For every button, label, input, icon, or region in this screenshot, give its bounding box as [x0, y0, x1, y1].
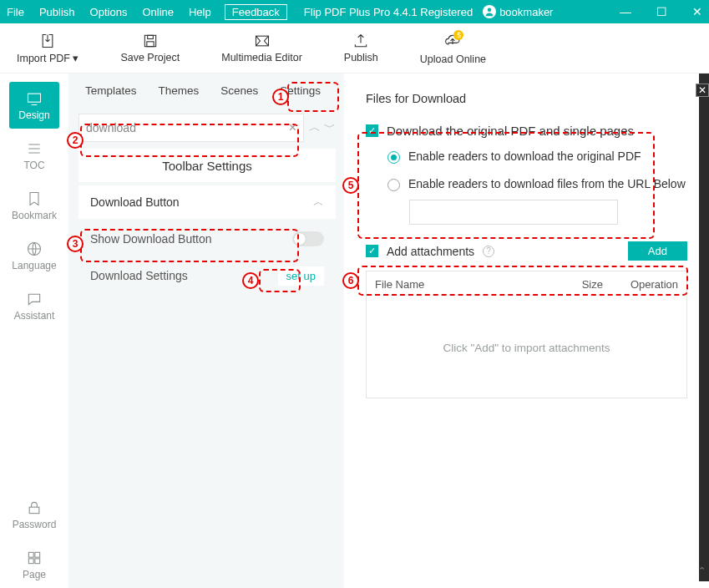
tab-templates[interactable]: Templates	[85, 84, 137, 97]
save-label: Save Project	[120, 52, 180, 63]
lock-icon	[25, 499, 43, 516]
search-row: × ︿ ﹀	[78, 114, 336, 142]
title-bar: File Publish Options Online Help Feedbac…	[0, 0, 709, 23]
scroll-caret-icon: ⌃	[698, 565, 706, 576]
maximize-button[interactable]: ☐	[656, 5, 667, 18]
assistant-label: Assistant	[14, 310, 55, 322]
avatar-icon	[483, 5, 496, 18]
show-download-toggle[interactable]	[292, 231, 324, 246]
minimize-button[interactable]: —	[620, 5, 631, 18]
download-original-checkbox[interactable]: ✓	[366, 124, 378, 137]
svg-rect-11	[35, 558, 40, 563]
menu-publish[interactable]: Publish	[39, 6, 75, 18]
upload-label: Upload Online	[420, 53, 486, 65]
settings-column: Templates Themes Scenes Settings × ︿ ﹀ T…	[68, 74, 344, 588]
th-filename: File Name	[375, 278, 561, 291]
help-icon[interactable]: ?	[483, 246, 494, 257]
bookmark-label: Bookmark	[12, 210, 57, 221]
publish-button[interactable]: Publish	[344, 33, 378, 63]
radio-row-original: Enable readers to download the original …	[387, 150, 687, 164]
chat-icon	[25, 291, 43, 307]
svg-rect-5	[28, 94, 41, 102]
th-size: Size	[561, 278, 603, 291]
menu-online[interactable]: Online	[142, 6, 174, 18]
tab-settings[interactable]: Settings	[280, 84, 321, 97]
radio-url-label: Enable readers to download files from th…	[408, 177, 686, 190]
url-input[interactable]	[409, 200, 618, 225]
left-sidebar: Design TOC Bookmark Language Assistant P…	[0, 74, 68, 588]
sidebar-item-language[interactable]: Language	[9, 232, 59, 279]
search-prev-icon[interactable]: ﹀	[324, 120, 336, 135]
row-show-download-button: Show Download Button	[78, 222, 336, 256]
sidebar-item-toc[interactable]: TOC	[9, 132, 59, 179]
sidebar-item-assistant[interactable]: Assistant	[9, 282, 59, 329]
app-title: Flip PDF Plus Pro 4.4.1 Registered	[304, 6, 473, 18]
svg-point-0	[488, 8, 492, 13]
multimedia-label: Multimedia Editor	[221, 52, 302, 63]
section-toolbar-settings[interactable]: Toolbar Settings	[78, 149, 336, 182]
monitor-icon	[25, 90, 43, 107]
attachments-header: ✓ Add attachments ? Add	[366, 241, 687, 261]
toc-label: TOC	[23, 160, 44, 171]
tab-themes[interactable]: Themes	[159, 84, 200, 97]
download-settings-label: Download Settings	[90, 269, 188, 282]
import-icon	[38, 33, 57, 49]
show-download-button-label: Show Download Button	[90, 232, 212, 246]
radio-row-url: Enable readers to download files from th…	[387, 177, 687, 191]
attachments-empty-message: Click "Add" to import attachments	[367, 297, 686, 398]
menu-help[interactable]: Help	[189, 6, 211, 18]
menu-bar: File Publish Options Online Help	[7, 6, 211, 18]
panel-close-icon[interactable]: ✕	[696, 84, 709, 97]
add-attachments-checkbox[interactable]: ✓	[366, 245, 378, 257]
bookmark-icon	[25, 190, 43, 207]
search-nav-arrows: ︿ ﹀	[309, 120, 336, 135]
svg-rect-7	[29, 507, 39, 514]
multimedia-editor-button[interactable]: Multimedia Editor	[221, 33, 302, 63]
th-operation: Operation	[603, 278, 678, 291]
radio-url[interactable]	[387, 179, 400, 191]
close-button[interactable]: ✕	[692, 5, 702, 18]
radio-original[interactable]	[387, 151, 400, 164]
menu-options[interactable]: Options	[90, 6, 128, 18]
search-input[interactable]	[86, 121, 289, 134]
radio-original-label: Enable readers to download the original …	[408, 150, 641, 163]
download-original-checkbox-row: ✓ Download the original PDF and single p…	[366, 124, 687, 138]
save-project-button[interactable]: Save Project	[120, 33, 180, 63]
svg-rect-4	[256, 36, 268, 46]
upload-online-button[interactable]: $ Upload Online	[420, 32, 486, 65]
add-attachments-label: Add attachments	[387, 245, 474, 258]
toolbar-settings-label: Toolbar Settings	[162, 159, 252, 173]
publish-icon	[352, 33, 370, 49]
section-download-button[interactable]: Download Button ︿	[78, 185, 336, 219]
language-label: Language	[12, 260, 56, 271]
user-account[interactable]: bookmaker	[483, 5, 553, 18]
import-pdf-button[interactable]: Import PDF ▾	[17, 33, 78, 64]
attachments-table-head: File Name Size Operation	[367, 271, 686, 297]
globe-icon	[25, 241, 43, 257]
add-attachment-button[interactable]: Add	[628, 241, 687, 261]
feedback-button[interactable]: Feedback	[225, 4, 287, 20]
main-area: Design TOC Bookmark Language Assistant P…	[0, 74, 709, 588]
svg-rect-8	[28, 552, 33, 557]
svg-rect-10	[28, 558, 33, 563]
sidebar-item-bookmark[interactable]: Bookmark	[9, 182, 59, 229]
page-label: Page	[23, 569, 46, 580]
right-dark-strip: ✕ ⌃	[699, 74, 709, 581]
search-next-icon[interactable]: ︿	[309, 120, 321, 135]
window-controls: — ☐ ✕	[620, 5, 702, 18]
svg-rect-3	[147, 42, 154, 47]
multimedia-icon	[253, 33, 271, 49]
tab-scenes[interactable]: Scenes	[220, 84, 258, 97]
design-label: Design	[18, 109, 49, 121]
import-label: Import PDF ▾	[17, 52, 78, 64]
panel-title: Files for Download	[366, 92, 687, 105]
attachments-table: File Name Size Operation Click "Add" to …	[366, 271, 687, 398]
sidebar-item-password[interactable]: Password	[9, 491, 59, 538]
svg-rect-9	[35, 552, 40, 557]
setup-button[interactable]: set up	[278, 266, 324, 286]
menu-file[interactable]: File	[7, 6, 24, 18]
clear-search-icon[interactable]: ×	[289, 120, 296, 135]
sidebar-item-page[interactable]: Page	[9, 541, 59, 588]
sidebar-item-design[interactable]: Design	[9, 82, 59, 129]
download-original-label: Download the original PDF and single pag…	[387, 124, 634, 138]
